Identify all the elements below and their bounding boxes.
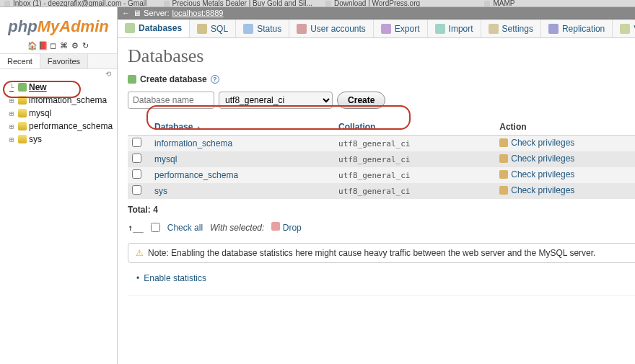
menu-settings[interactable]: Settings [481,19,541,37]
menu-export[interactable]: Export [374,19,428,37]
divider [128,295,635,296]
sql-icon [197,24,207,34]
tree-new-label: New [29,82,47,92]
favicon-wp [325,1,331,6]
col-action: Action [495,119,635,136]
menu-replication[interactable]: Replication [541,19,613,37]
logo: phpMyAdmin [0,7,117,39]
drop-link[interactable]: Drop [271,222,301,233]
browser-tab[interactable]: Precious Metals Dealer | Buy Gold and Si… [164,0,312,7]
settings-icon [489,24,499,34]
tree-db-label: performance_schema [29,121,113,131]
favicon-gmail [4,1,10,6]
expand-icon[interactable]: ⊞ [7,97,16,105]
browser-tab[interactable]: Download | WordPress.org [325,0,472,7]
privileges-icon [499,186,508,195]
tab-title: Inbox (1) - deezgrafix@gmail.com - Gmail [13,0,146,7]
db-icon [18,109,27,117]
browser-tab[interactable]: Inbox (1) - deezgrafix@gmail.com - Gmail [4,0,151,7]
notice-text: Note: Enabling the database statistics h… [148,248,595,258]
db-collation: utf8_general_ci [334,167,495,183]
with-selected-label: With selected: [210,223,264,233]
server-label: Server: [144,9,169,17]
tree-db-label: information_schema [29,95,107,105]
export-icon [381,24,391,34]
favicon-generic [164,1,170,6]
nav-icon[interactable]: ⚙ [71,40,79,49]
db-link[interactable]: mysql [150,151,334,167]
menu-variables[interactable]: Variable [613,19,635,37]
menu-sql[interactable]: SQL [190,19,236,37]
logout-icon[interactable]: 📕 [38,40,47,49]
table-row: mysql utf8_general_ci Check privileges [128,151,635,167]
tree-db-item[interactable]: ⊞ mysql [4,107,113,120]
users-icon [297,24,307,34]
reload-icon[interactable]: ↻ [82,40,90,49]
collation-select[interactable]: utf8_general_ci [219,92,333,109]
server-icon: 🖥 [133,9,141,17]
db-icon [18,135,27,143]
menu-users[interactable]: User accounts [289,19,374,37]
row-checkbox[interactable] [132,185,141,195]
enable-statistics: •Enable statistics [118,266,635,290]
check-privileges-link[interactable]: Check privileges [499,154,574,164]
menu-import[interactable]: Import [428,19,481,37]
tree-db-item[interactable]: ⊞ sys [4,133,113,146]
db-tree: └ New ⊞ information_schema ⊞ mysql ⊞ per… [0,78,117,148]
database-table: Database ▲ Collation Action information_… [128,119,635,199]
enable-statistics-link[interactable]: Enable statistics [144,273,206,283]
tab-title: Precious Metals Dealer | Buy Gold and Si… [172,0,312,7]
check-all-link[interactable]: Check all [167,223,203,233]
tree-db-item[interactable]: ⊞ performance_schema [4,120,113,133]
tab-recent[interactable]: Recent [0,54,40,68]
browser-tab[interactable]: MAMP [484,0,631,7]
query-icon[interactable]: ⌘ [60,40,69,49]
tab-favorites[interactable]: Favorites [40,54,88,68]
privileges-icon [499,154,508,163]
menu-databases[interactable]: Databases [118,19,190,38]
check-privileges-link[interactable]: Check privileges [499,185,574,195]
col-collation[interactable]: Collation [334,119,495,136]
tree-db-item[interactable]: ⊞ information_schema [4,94,113,107]
database-name-input[interactable] [128,92,214,109]
help-icon[interactable]: ? [211,75,219,84]
menu-status[interactable]: Status [236,19,289,37]
check-all-checkbox[interactable] [151,223,160,232]
replication-icon [548,24,559,34]
expand-icon[interactable]: ⊞ [7,123,16,130]
db-link[interactable]: performance_schema [150,167,334,183]
db-collation: utf8_general_ci [334,151,495,167]
bullet-icon: • [136,273,139,283]
tree-line-icon: └ [7,84,16,92]
check-privileges-link[interactable]: Check privileges [499,138,574,148]
expand-icon[interactable]: ⊞ [7,110,16,117]
server-host[interactable]: localhost:8889 [172,9,224,17]
server-breadcrumb: ← 🖥 Server: localhost:8889 [118,7,635,19]
privileges-icon [499,170,508,179]
db-link[interactable]: sys [150,183,334,199]
table-row: performance_schema utf8_general_ci Check… [128,167,635,183]
tree-new[interactable]: └ New [4,81,113,94]
home-icon[interactable]: 🏠 [27,40,36,49]
row-checkbox[interactable] [132,169,141,179]
expand-icon[interactable]: ⊞ [7,136,16,143]
collapse-left-icon[interactable]: ← [122,9,130,17]
db-link[interactable]: information_schema [150,136,334,152]
row-checkbox[interactable] [132,154,141,163]
check-privileges-link[interactable]: Check privileges [499,169,574,179]
docs-icon[interactable]: ◻ [49,40,58,49]
db-icon [18,122,27,130]
row-checkbox[interactable] [132,138,141,147]
status-icon [243,24,253,34]
bulk-actions: ↑__ Check all With selected: Drop [118,218,635,240]
create-button[interactable]: Create [337,92,385,109]
col-database[interactable]: Database ▲ [150,119,334,136]
db-collation: utf8_general_ci [334,183,495,199]
tab-title: Download | WordPress.org [334,0,420,7]
collapse-icon[interactable]: ⟲ [0,69,117,78]
favicon-mamp [484,1,490,6]
arrow-up-icon: ↑__ [128,223,144,233]
main-panel: ← 🖥 Server: localhost:8889 Databases SQL… [118,7,635,364]
sidebar: phpMyAdmin 🏠 📕 ◻ ⌘ ⚙ ↻ Recent Favorites … [0,7,118,364]
total-row: Total: 4 [118,202,635,218]
